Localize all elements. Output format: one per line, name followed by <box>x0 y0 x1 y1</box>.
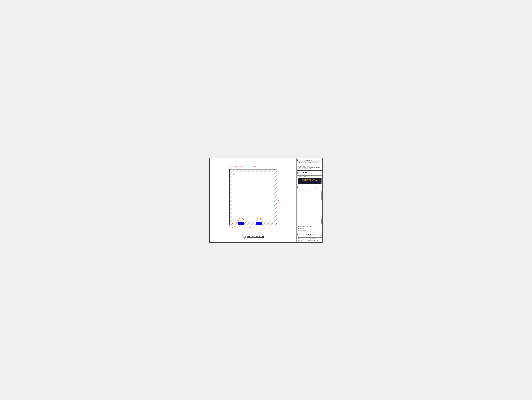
empty-section-2 <box>297 216 323 225</box>
space-name: SPACE NAME: Burger Shop AREA:38 M2 LOCAT… <box>298 226 322 231</box>
code-label: SHEET CODE <box>297 240 304 241</box>
svg-text:.50: .50 <box>241 166 243 167</box>
svg-text:5.00: 5.00 <box>249 227 251 228</box>
svg-text:7.25: 7.25 <box>278 199 279 201</box>
svg-text:.20: .20 <box>232 223 233 224</box>
drawing-title-block: 1 P-GR-DP DIMENSION PLAN <box>242 235 264 239</box>
company-logo: SHORTCUTdec JUST CREATION <box>298 178 322 184</box>
svg-text:1.40: 1.40 <box>236 227 238 228</box>
project-section: PROJECT: Burger Shop <box>297 171 323 176</box>
company-section: COMPANY/ OFFICE: SHORTCUTdec JUST CREATI… <box>297 176 323 185</box>
empty-box-2 <box>298 217 322 224</box>
svg-text:1.80: 1.80 <box>250 228 253 229</box>
floorplan-svg: 5.00 .20 .90 .50 2.50 .90 <box>226 166 280 232</box>
date-value: 17/01/2023 <box>304 238 322 240</box>
client-label: CLIENT: Mr. Mansour El-Matery <box>298 186 322 188</box>
svg-text:2.50: 2.50 <box>254 166 256 167</box>
empty-box-1 <box>298 190 322 200</box>
svg-rect-4 <box>229 169 232 225</box>
svg-rect-5 <box>274 169 277 225</box>
svg-text:.20: .20 <box>270 223 272 224</box>
code-row: SHEET CODE GF-Burger Shop-DP-01 <box>297 240 322 241</box>
drawing-title-text: DIMENSION PLAN <box>247 236 264 238</box>
date-label: DATE <box>297 238 304 240</box>
svg-text:7.25: 7.25 <box>228 199 229 201</box>
svg-rect-3 <box>229 222 277 225</box>
space-info-section: SPACE NAME: Burger Shop AREA:38 M2 LOCAT… <box>297 225 323 232</box>
project-title: PROJECT: Burger Shop <box>298 172 322 174</box>
svg-rect-6 <box>232 172 274 222</box>
drawing-type: Dimension Plan <box>298 233 322 236</box>
svg-rect-47 <box>256 222 262 225</box>
page: 5.00 .20 .90 .50 2.50 .90 <box>209 158 323 242</box>
drawing-number: 1 P-GR-DP <box>242 235 246 239</box>
client-section: CLIENT: Mr. Mansour El-Matery <box>297 185 323 190</box>
svg-text:1.40: 1.40 <box>263 227 265 228</box>
date-row: DATE 17/01/2023 <box>297 238 322 240</box>
code-value: GF-Burger Shop-DP-01 <box>304 240 322 241</box>
svg-rect-46 <box>238 222 244 225</box>
drawing-area: 5.00 .20 .90 .50 2.50 .90 <box>210 158 297 242</box>
general-notes-text: 1. All dimensions are in meter unless ot… <box>298 162 322 170</box>
svg-text:.90: .90 <box>235 166 237 167</box>
svg-text:.90: .90 <box>269 166 270 167</box>
drawing-type-section: Dimension Plan <box>297 232 323 237</box>
svg-text:.20: .20 <box>230 166 232 167</box>
date-code-section: DATE 17/01/2023 SHEET CODE GF-Burger Sho… <box>297 237 322 242</box>
logo-sub: JUST CREATION <box>298 182 321 183</box>
logo-text: SHORTCUTdec <box>298 179 321 181</box>
svg-text:.20: .20 <box>232 227 233 228</box>
title-block: GENERAL NOTES 1. All dimensions are in m… <box>297 158 323 242</box>
general-notes-section: GENERAL NOTES 1. All dimensions are in m… <box>297 158 323 171</box>
empty-section-1 <box>297 190 323 216</box>
svg-text:5.00: 5.00 <box>252 167 254 168</box>
svg-text:.20: .20 <box>270 227 272 228</box>
general-notes-title: GENERAL NOTES <box>298 159 322 161</box>
company-label: COMPANY/ OFFICE: <box>298 176 322 177</box>
